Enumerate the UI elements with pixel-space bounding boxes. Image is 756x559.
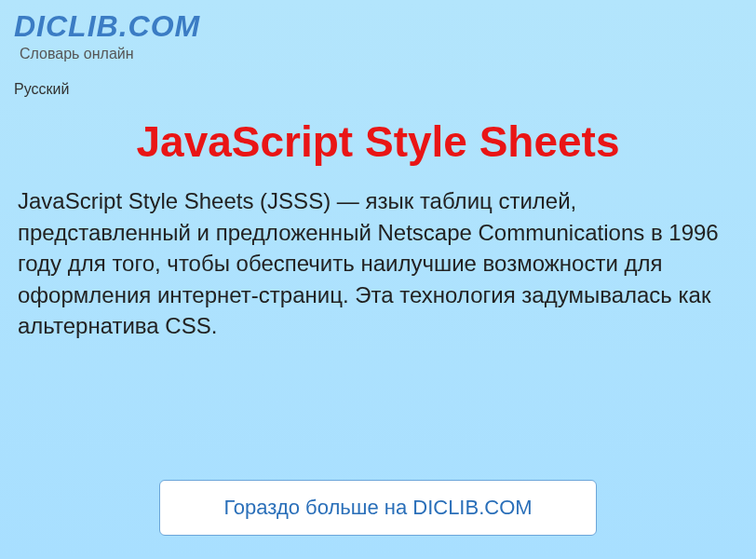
cta-more-button[interactable]: Гораздо больше на DICLIB.COM	[159, 480, 597, 536]
article-title: JavaScript Style Sheets	[14, 116, 742, 167]
site-subtitle: Словарь онлайн	[20, 46, 742, 62]
site-title[interactable]: DICLIB.COM	[14, 9, 742, 44]
language-selector[interactable]: Русский	[14, 81, 69, 98]
article-body: JavaScript Style Sheets (JSSS) — язык та…	[14, 185, 742, 342]
